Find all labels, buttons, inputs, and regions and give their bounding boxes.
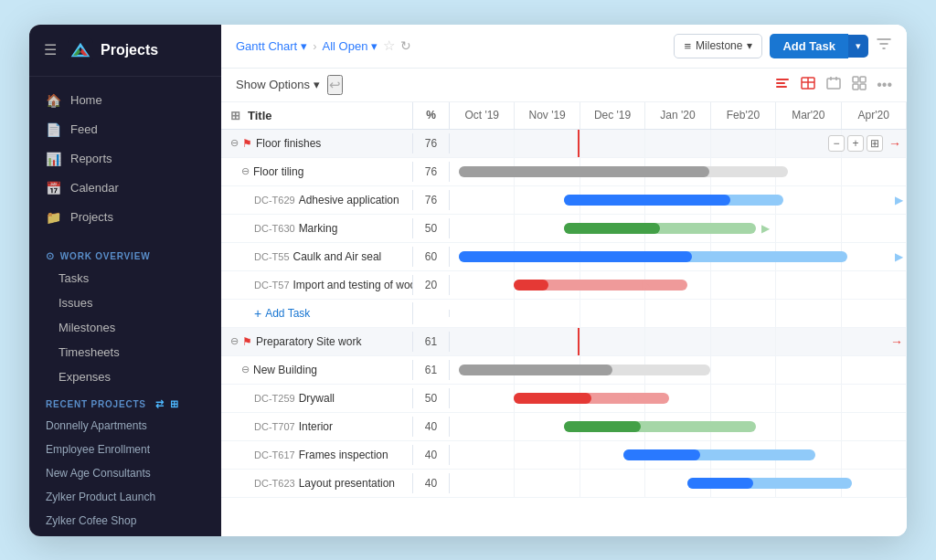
recent-project-1[interactable]: Donnelly Apartments [29,414,221,438]
task-name-preparatory[interactable]: ⊖ ⚑ Preparatory Site work [221,332,413,352]
svg-rect-6 [776,86,787,88]
sidebar-item-expenses[interactable]: Expenses [29,365,221,389]
all-open-label: All Open [323,39,368,53]
show-options-button[interactable]: Show Options [236,78,320,91]
task-pct-floor-finishes: 76 [413,133,450,153]
refresh-icon[interactable]: ↻ [400,38,411,53]
gantt-row-layout: DC-T623 Layout presentation 40 [221,470,907,498]
gantt-row-marking: DC-T630 Marking 50 ▶ [221,215,907,243]
svg-rect-10 [827,79,840,89]
calendar2-icon [825,75,842,91]
star-icon[interactable]: ☆ [383,37,395,54]
expand-preparatory[interactable]: ⊖ [230,335,239,347]
bar-layout [687,478,852,489]
sidebar: ☰ Projects 🏠 Home 📄 Feed 📊 Reports [29,25,221,536]
gantt-month-5: Mar'20 [776,102,841,129]
gantt-bar-area-layout [450,470,907,497]
bar-caulk [459,251,847,262]
gantt-title-col-label: Title [248,109,272,122]
gantt-expand-all[interactable]: ⊞ [230,109,240,122]
sidebar-item-projects-label: Projects [70,210,113,224]
recent-projects-list: Donnelly Apartments Employee Enrollment … [29,414,221,533]
bar-import [514,280,687,291]
task-name-new-building[interactable]: ⊖ New Building [221,360,413,380]
filter-button[interactable] [876,36,892,57]
gantt-bar-area-marking: ▶ [450,215,907,242]
task-name-adhesive[interactable]: DC-T629 Adhesive application [221,190,413,210]
milestone-icon: ≡ [684,39,691,53]
task-name-marking[interactable]: DC-T630 Marking [221,218,413,238]
gantt-bar-area-preparatory: → [450,328,907,355]
gantt-row-import: DC-T57 Import and testing of woo... 20 ▶ [221,271,907,300]
task-name-layout[interactable]: DC-T623 Layout presentation [221,473,413,493]
sidebar-item-timesheets[interactable]: Timesheets [29,340,221,365]
gantt-container[interactable]: ⊞ Title % Oct '19 Nov '19 Dec '19 Jan '2… [221,102,907,536]
calendar-icon: 📅 [46,181,61,195]
gantt-row-interior: DC-T707 Interior 40 ▶ [221,413,907,441]
bar-marking [564,223,756,234]
bar-adhesive [564,195,783,206]
bar-arrow-interior: ▶ [706,420,714,433]
task-name-floor-finishes[interactable]: ⊖ ⚑ Floor finishes [221,133,413,153]
task-pct-floor-tiling: 76 [413,162,450,182]
row-controls: − + ⊞ [828,135,883,152]
sidebar-item-feed[interactable]: 📄 Feed [29,115,221,144]
add-task-link-1[interactable]: + Add Task [221,302,413,324]
topbar: Gantt Chart › All Open ☆ ↻ ≡ Milestone [221,25,907,69]
topbar-right: ≡ Milestone Add Task ▾ [674,34,892,58]
all-open-button[interactable]: All Open [323,39,378,53]
toolbar-icon-2[interactable] [800,75,816,95]
sidebar-item-home[interactable]: 🏠 Home [29,86,221,115]
toolbar-icon-3[interactable] [825,75,842,95]
plus-btn[interactable]: + [847,135,864,152]
sidebar-item-projects[interactable]: 📁 Projects [29,203,221,232]
bar-interior [564,421,756,432]
toolbar-icon-1[interactable] [774,75,791,95]
task-name-import[interactable]: DC-T57 Import and testing of woo... [221,275,413,295]
gantt-bar-area-floor-tiling [450,158,907,185]
recent-project-3[interactable]: New Age Consultants [29,461,221,485]
sidebar-item-milestones[interactable]: Milestones [29,315,221,340]
task-name-drywall[interactable]: DC-T259 Drywall [221,388,413,408]
expand-floor-tiling[interactable]: ⊖ [241,165,250,177]
gantt-bar-area-adhesive: ▶ [450,186,907,214]
add-task-button[interactable]: Add Task [770,34,848,58]
recent-project-4[interactable]: Zylker Product Launch [29,485,221,509]
more-options-button[interactable]: ••• [877,77,892,93]
flag-icon-1: ⚑ [242,137,252,150]
toolbar-icon-4[interactable] [851,75,867,95]
show-options-chevron [314,78,320,91]
grid-icon [851,75,867,91]
task-name-floor-tiling[interactable]: ⊖ Floor tiling [221,162,413,182]
expand-btn[interactable]: ⊞ [867,135,883,152]
task-name-caulk[interactable]: DC-T55 Caulk and Air seal [221,247,413,267]
expand-new-building[interactable]: ⊖ [241,364,250,375]
sidebar-item-issues[interactable]: Issues [29,291,221,315]
bar-floor-tiling [459,166,788,177]
task-name-frames[interactable]: DC-T617 Frames inspection [221,445,413,465]
gantt-bar-area-drywall: ▶ [450,385,907,412]
bar-arrow-marking: ▶ [761,222,770,235]
sidebar-item-tasks[interactable]: Tasks [29,266,221,291]
minus-btn[interactable]: − [828,135,845,152]
recent-project-5[interactable]: Zylker Cofee Shop [29,509,221,533]
recent-project-2[interactable]: Employee Enrollment [29,438,221,461]
sidebar-item-reports-label: Reports [70,152,112,165]
gantt-bar-area-new-building [450,356,907,384]
gantt-month-0: Oct '19 [450,102,515,129]
sidebar-item-reports[interactable]: 📊 Reports [29,144,221,174]
hamburger-icon[interactable]: ☰ [44,41,57,58]
expand-floor-finishes[interactable]: ⊖ [230,137,239,149]
sidebar-item-feed-label: Feed [70,122,98,136]
task-name-interior[interactable]: DC-T707 Interior [221,417,413,437]
milestone-button[interactable]: ≡ Milestone [674,34,762,58]
gantt-chart-button[interactable]: Gantt Chart [236,39,307,53]
row-arrow-prep: → [890,334,903,349]
filter-icon [876,36,892,52]
undo-button[interactable]: ↩ [327,75,343,95]
flag-icon-2: ⚑ [242,335,252,348]
svg-rect-0 [68,37,93,63]
sidebar-item-calendar[interactable]: 📅 Calendar [29,174,221,203]
gantt-chart-chevron [301,39,307,53]
add-task-dropdown-button[interactable]: ▾ [848,35,868,58]
